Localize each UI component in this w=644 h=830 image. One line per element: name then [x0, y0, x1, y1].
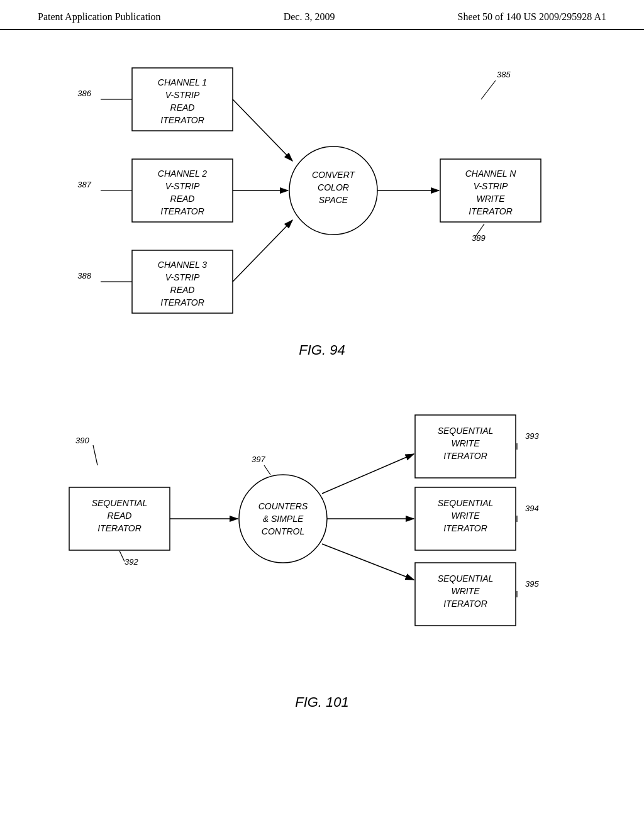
svg-text:ITERATOR: ITERATOR — [469, 206, 513, 216]
svg-text:COLOR: COLOR — [318, 182, 349, 192]
diagrams-container: CHANNEL 1 V-STRIP READ ITERATOR CHANNEL … — [0, 30, 644, 723]
svg-text:V-STRIP: V-STRIP — [165, 272, 200, 282]
svg-line-63 — [322, 454, 414, 494]
svg-text:ITERATOR: ITERATOR — [443, 451, 487, 461]
svg-text:389: 389 — [472, 233, 486, 243]
svg-text:WRITE: WRITE — [476, 194, 505, 204]
svg-text:CHANNEL 3: CHANNEL 3 — [158, 260, 208, 270]
svg-text:ITERATOR: ITERATOR — [443, 599, 487, 609]
svg-text:395: 395 — [525, 579, 539, 589]
svg-text:READ: READ — [170, 102, 195, 113]
svg-text:V-STRIP: V-STRIP — [165, 181, 200, 191]
svg-text:WRITE: WRITE — [451, 586, 480, 596]
svg-text:SEQUENTIAL: SEQUENTIAL — [438, 426, 494, 436]
svg-text:CONTROL: CONTROL — [262, 526, 304, 536]
svg-line-67 — [93, 445, 97, 465]
svg-line-69 — [119, 551, 125, 562]
svg-text:WRITE: WRITE — [451, 438, 480, 448]
svg-text:386: 386 — [77, 89, 91, 98]
svg-text:CHANNEL 2: CHANNEL 2 — [158, 169, 208, 179]
svg-text:ITERATOR: ITERATOR — [443, 523, 487, 533]
header-date: Dec. 3, 2009 — [284, 11, 335, 23]
svg-text:SEQUENTIAL: SEQUENTIAL — [438, 573, 494, 584]
fig94-label: FIG. 94 — [38, 342, 606, 358]
svg-text:READ: READ — [170, 194, 195, 204]
svg-text:V-STRIP: V-STRIP — [165, 90, 200, 100]
svg-text:394: 394 — [525, 504, 539, 513]
svg-text:ITERATOR: ITERATOR — [160, 206, 204, 216]
svg-text:388: 388 — [77, 271, 91, 280]
svg-text:READ: READ — [170, 285, 195, 295]
svg-text:392: 392 — [125, 557, 138, 567]
svg-text:CONVERT: CONVERT — [312, 170, 356, 180]
header-sheet-info: Sheet 50 of 140 US 2009/295928 A1 — [458, 11, 606, 23]
svg-line-24 — [233, 99, 292, 161]
svg-text:& SIMPLE: & SIMPLE — [263, 514, 304, 524]
svg-text:V-STRIP: V-STRIP — [474, 181, 508, 191]
svg-text:CHANNEL N: CHANNEL N — [465, 169, 517, 179]
svg-text:WRITE: WRITE — [451, 511, 480, 521]
svg-text:SPACE: SPACE — [319, 195, 348, 205]
svg-text:393: 393 — [525, 431, 539, 441]
svg-text:397: 397 — [252, 455, 265, 464]
fig94-diagram: CHANNEL 1 V-STRIP READ ITERATOR CHANNEL … — [38, 49, 606, 338]
svg-text:READ: READ — [108, 511, 132, 521]
svg-text:SEQUENTIAL: SEQUENTIAL — [92, 498, 148, 508]
svg-line-65 — [322, 544, 414, 580]
svg-text:385: 385 — [497, 70, 511, 79]
page-header: Patent Application Publication Dec. 3, 2… — [0, 0, 644, 30]
svg-text:387: 387 — [77, 180, 91, 189]
svg-text:ITERATOR: ITERATOR — [97, 523, 142, 533]
fig101-label: FIG. 101 — [38, 694, 606, 711]
svg-text:ITERATOR: ITERATOR — [160, 297, 204, 307]
svg-text:SEQUENTIAL: SEQUENTIAL — [438, 498, 494, 508]
svg-line-38 — [481, 80, 496, 99]
svg-line-71 — [264, 465, 270, 475]
svg-text:ITERATOR: ITERATOR — [160, 115, 204, 125]
svg-text:390: 390 — [75, 436, 89, 445]
fig101-diagram: SEQUENTIAL READ ITERATOR COUNTERS & SIMP… — [38, 377, 606, 692]
svg-line-26 — [233, 220, 292, 282]
svg-text:CHANNEL 1: CHANNEL 1 — [158, 77, 207, 87]
header-publication-title: Patent Application Publication — [38, 11, 161, 23]
svg-text:COUNTERS: COUNTERS — [258, 501, 308, 511]
